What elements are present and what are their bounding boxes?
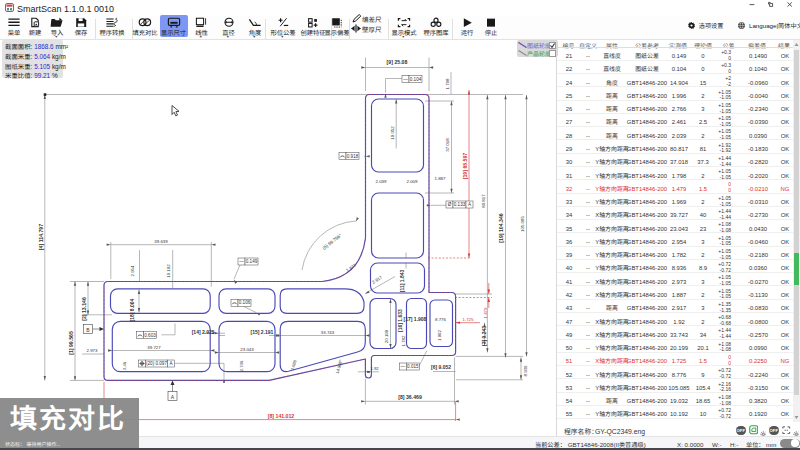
svg-text:[1] 99.565: [1] 99.565	[68, 331, 74, 355]
svg-text:2.954: 2.954	[130, 265, 135, 277]
svg-text:[15] 2.191: [15] 2.191	[251, 329, 274, 335]
svg-text:2.973: 2.973	[87, 348, 99, 353]
svg-text:0.015: 0.015	[407, 363, 419, 369]
svg-text:0.918: 0.918	[347, 153, 359, 159]
svg-text:2.009: 2.009	[407, 179, 419, 184]
svg-text:1.92: 1.92	[371, 366, 380, 371]
svg-text:[16] 1.633: [16] 1.633	[397, 309, 403, 332]
svg-text:[19] 104.346: [19] 104.346	[498, 213, 504, 243]
svg-text:105.085: 105.085	[520, 216, 525, 232]
svg-text:23.043: 23.043	[240, 347, 254, 352]
svg-text:1.798: 1.798	[445, 78, 450, 90]
svg-text:(20) 0.097: (20) 0.097	[146, 360, 167, 366]
svg-text:8.776: 8.776	[435, 317, 447, 322]
svg-text:[7] 9.243: [7] 9.243	[481, 326, 487, 346]
svg-text:[19] 65.597: [19] 65.597	[462, 153, 468, 180]
svg-text:(5) 89.756°: (5) 89.756°	[322, 233, 343, 251]
svg-text:[9] 25.08: [9] 25.08	[387, 59, 408, 65]
svg-text:1.782: 1.782	[401, 335, 406, 347]
svg-text:19.052: 19.052	[390, 126, 395, 140]
svg-text:2.039: 2.039	[376, 179, 388, 184]
svg-text:14.908°: 14.908°	[335, 359, 344, 375]
svg-text:80.817: 80.817	[481, 194, 486, 208]
svg-text:—: —	[401, 363, 406, 369]
svg-text:[6] 9.052: [6] 9.052	[431, 364, 451, 370]
svg-text:—: —	[403, 76, 408, 82]
svg-text:[8] 141.012: [8] 141.012	[268, 413, 295, 419]
svg-text:0.104: 0.104	[410, 76, 422, 82]
svg-text:0.106: 0.106	[239, 299, 251, 305]
svg-text:2.706: 2.706	[239, 360, 244, 371]
svg-text:[11] 1.843: [11] 1.843	[399, 270, 405, 293]
svg-text:[14] 2.925: [14] 2.925	[192, 329, 215, 335]
svg-text:39.727: 39.727	[147, 345, 161, 350]
svg-text:0.149: 0.149	[246, 258, 258, 264]
svg-text:—: —	[239, 258, 244, 264]
svg-text:[8] 36.469: [8] 36.469	[398, 394, 422, 400]
svg-text:[17] 1.908: [17] 1.908	[404, 316, 427, 322]
svg-text:2.46: 2.46	[122, 361, 127, 370]
svg-text:1.479: 1.479	[483, 307, 488, 319]
svg-text:1.887: 1.887	[435, 176, 447, 181]
svg-text:[18] 8.004: [18] 8.004	[129, 298, 135, 321]
svg-text:0.133: 0.133	[454, 201, 466, 207]
svg-text:0.603: 0.603	[144, 332, 156, 338]
svg-text:37.018: 37.018	[445, 138, 450, 152]
svg-text:39.639: 39.639	[154, 239, 168, 244]
svg-text:Ø: Ø	[448, 201, 452, 207]
svg-text:20.199: 20.199	[384, 329, 389, 343]
svg-text:10.192: 10.192	[166, 264, 171, 278]
svg-text:33.743: 33.743	[321, 330, 335, 335]
svg-text:[2] 13.146: [2] 13.146	[81, 297, 87, 321]
svg-text:2.917: 2.917	[371, 274, 383, 284]
svg-text:1.962: 1.962	[437, 329, 442, 341]
svg-text:1.725: 1.725	[463, 317, 475, 322]
svg-text:8.936: 8.936	[523, 365, 528, 377]
svg-text:[4] 114.797: [4] 114.797	[38, 224, 44, 250]
